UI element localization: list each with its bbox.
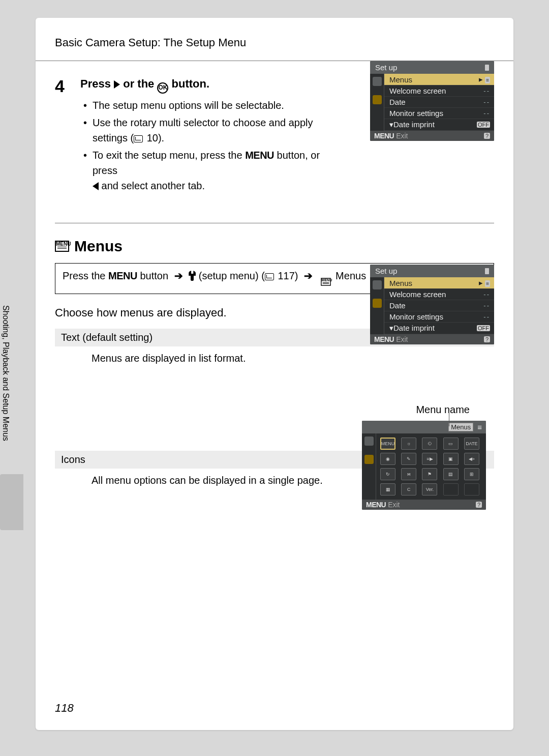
arrow-icon: ➔ <box>174 270 183 281</box>
margin-tab <box>0 474 23 530</box>
arrow-icon: ➔ <box>304 270 313 281</box>
step-bullets: The setup menu options will be selectabl… <box>80 98 324 193</box>
grid-cell: DATE <box>464 438 479 450</box>
grid-cell: MENU <box>380 438 395 450</box>
margin-section-label: Shooting, Playback and Setup Menus <box>1 305 10 499</box>
grid-cell: ▤ <box>443 468 459 480</box>
lcd-row: ▾Date imprintOFF <box>384 323 494 334</box>
bullet-3: To exit the setup menu, press the MENU b… <box>83 148 324 193</box>
menu-list-icon: MENU <box>55 241 69 252</box>
help-icon: ? <box>484 336 490 342</box>
grid-cell: ⏲ <box>422 438 437 450</box>
grid-cell-empty <box>443 483 459 496</box>
grid-cell-empty <box>464 483 479 496</box>
lcd-row-dateimprint: ▾Date imprint OFF <box>384 119 494 131</box>
lcd-row: Monitor settings-- <box>384 311 494 323</box>
lcd-footer: MENU Exit ? <box>370 131 494 141</box>
wrench-tab-icon <box>364 455 374 464</box>
grid-cell: C <box>401 483 416 496</box>
grid-cell: ⚑ <box>422 468 437 480</box>
lcd-list: Menus ▸ ≡ Welcome screen-- Date-- Monito… <box>384 74 494 131</box>
lcd-row-menus: Menus ▸ ≡ <box>384 74 494 85</box>
step-number: 4 <box>55 77 80 195</box>
lcd-header: Set up <box>370 61 494 74</box>
manual-page: Basic Camera Setup: The Setup Menu Shoot… <box>36 18 513 730</box>
lcd-header: Set up <box>370 265 494 277</box>
right-arrow-icon <box>114 80 120 89</box>
ok-button-icon: OK <box>157 82 168 94</box>
grid-cell: ⊞ <box>464 468 479 480</box>
menu-label: MENU <box>245 150 274 161</box>
menu-name-callout: Menu name <box>362 404 470 416</box>
lcd-footer: MENU Exit ? <box>362 500 486 510</box>
lcd-list: Menus▸ ≡ Welcome screen-- Date-- Monitor… <box>384 277 494 334</box>
icon-grid: MENU ☼ ⏲ ▭ DATE ◉ ✎ ≡▶ ▣ ◀» ↻ ᴍ ⚑ ▤ <box>376 433 486 500</box>
scroll-indicator-icon <box>485 268 489 274</box>
grid-cell: ↻ <box>380 468 395 480</box>
bullet-1: The setup menu options will be selectabl… <box>83 98 324 113</box>
menu-name-tag: Menus <box>448 423 473 431</box>
header-text: Basic Camera Setup: The Setup Menu <box>55 36 246 49</box>
sub-arrow-icon: ▾ <box>389 120 393 129</box>
lcd-footer: MENU Exit ? <box>370 334 494 344</box>
lcd-row-welcome: Welcome screen-- <box>384 85 494 97</box>
bullet-2: Use the rotary multi selector to choose … <box>83 115 324 146</box>
wrench-icon <box>189 272 196 281</box>
grid-cell: ◉ <box>380 453 395 465</box>
book-ref-icon <box>265 273 274 280</box>
scroll-indicator-icon <box>485 65 489 71</box>
grid-cell: ▦ <box>380 483 395 496</box>
list-mode-icon: ≡ <box>477 423 482 431</box>
menu-list-icon: MENU <box>321 278 331 285</box>
lcd-row: Date-- <box>384 300 494 311</box>
lcd-screenshot-1: Set up Menus ▸ ≡ Welcome screen <box>370 61 494 141</box>
lcd-icons-header: Menus ≡ <box>362 421 486 433</box>
lcd-side-tabs <box>362 433 376 500</box>
grid-cell: ✎ <box>401 453 416 465</box>
camera-tab-icon <box>364 437 374 446</box>
camera-tab-icon <box>373 280 382 289</box>
book-ref-icon <box>134 135 143 142</box>
grid-cell: ᴍ <box>401 468 416 480</box>
submenu-arrow-icon: ▸ ≡ <box>479 75 490 84</box>
option-text-desc: Menus are displayed in list format. <box>55 353 494 364</box>
callout-line <box>449 411 449 426</box>
lcd-row: Menus▸ ≡ <box>384 277 494 289</box>
help-icon: ? <box>484 133 490 139</box>
page-number: 118 <box>55 702 74 715</box>
grid-cell: Ver. <box>422 483 437 496</box>
lcd-row-date: Date-- <box>384 97 494 108</box>
sub-arrow-icon: ▾ <box>389 324 393 332</box>
lcd-row-monitor: Monitor settings-- <box>384 108 494 119</box>
lcd-row: Welcome screen-- <box>384 289 494 300</box>
grid-cell: ☼ <box>401 438 416 450</box>
divider <box>55 223 494 223</box>
lcd-side-tabs <box>370 74 384 131</box>
grid-cell: ≡▶ <box>422 453 437 465</box>
help-icon: ? <box>476 502 482 508</box>
page-header: Basic Camera Setup: The Setup Menu <box>36 18 513 61</box>
lcd-screenshot-2: Set up Menus▸ ≡ Welcome screen-- Date-- … <box>370 265 494 344</box>
grid-cell: ◀» <box>464 453 479 465</box>
left-arrow-icon <box>93 182 99 190</box>
lcd-side-tabs <box>370 277 384 334</box>
page-content: Shooting, Playback and Setup Menus 4 Pre… <box>36 61 513 486</box>
lcd-screenshot-3: Menu name Menus ≡ MENU ☼ ⏲ ▭ <box>362 407 494 510</box>
grid-cell: ▣ <box>443 453 459 465</box>
wrench-tab-icon <box>373 95 382 104</box>
grid-cell: ▭ <box>443 438 459 450</box>
camera-tab-icon <box>373 77 382 86</box>
wrench-tab-icon <box>373 299 382 308</box>
section-title: MENU Menus <box>55 238 494 255</box>
